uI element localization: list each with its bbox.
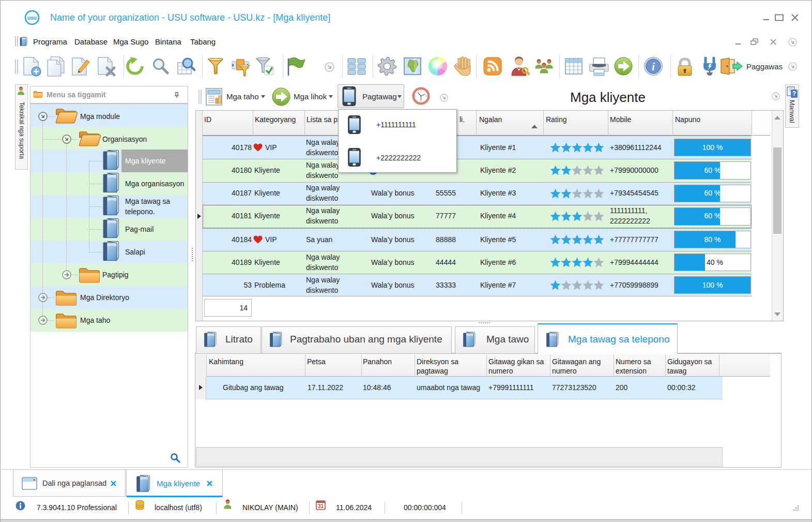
svg-text:i: i — [652, 61, 655, 73]
svg-text:usu: usu — [27, 15, 37, 21]
svg-text:31: 31 — [318, 503, 324, 509]
svg-text:?: ? — [792, 90, 796, 97]
